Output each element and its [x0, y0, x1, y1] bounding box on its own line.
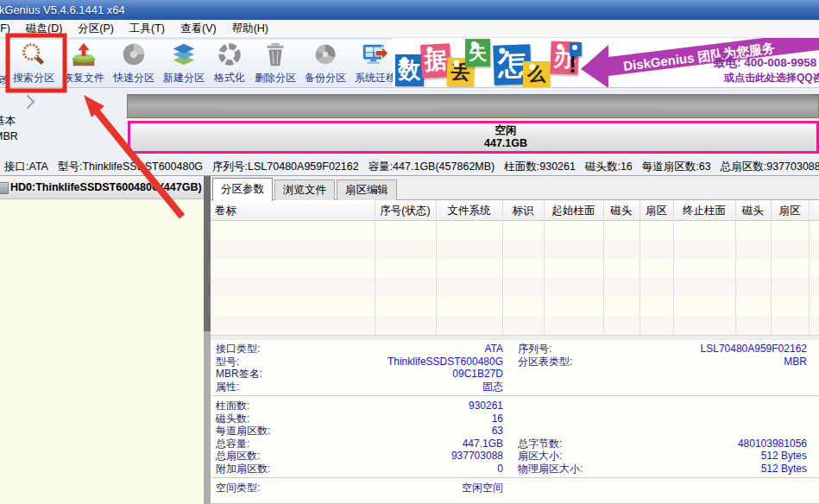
- column-divider: [436, 200, 437, 335]
- column-divider: [375, 200, 375, 335]
- table-row: [211, 278, 819, 297]
- section-divider: [211, 395, 819, 396]
- disk-band[interactable]: [127, 94, 819, 118]
- banner-qq-link[interactable]: 或点击此处选择QQ咨询: [724, 71, 819, 85]
- partition-table-body[interactable]: [211, 221, 819, 335]
- partition-detail-panel: 分区参数 浏览文件 扇区编辑 卷标 序号(状态) 文件系统 标识 起始柱面 磁头…: [211, 176, 819, 504]
- menu-file[interactable]: 文件(F): [0, 20, 18, 38]
- col-end-cylinder[interactable]: 终止柱面: [673, 204, 735, 218]
- col-volume-label[interactable]: 卷标: [215, 204, 236, 218]
- col-filesystem[interactable]: 文件系统: [436, 204, 502, 218]
- column-divider: [771, 200, 772, 335]
- col-start-head[interactable]: 磁头: [603, 204, 639, 218]
- tab-browse-files[interactable]: 浏览文件: [274, 180, 335, 200]
- table-header: 卷标 序号(状态) 文件系统 标识 起始柱面 磁头 扇区 终止柱面 磁头 扇区: [211, 200, 819, 221]
- panel-splitter[interactable]: [204, 176, 211, 504]
- format-icon: [215, 40, 244, 71]
- banner-phone: 致电: 400-008-9958: [714, 55, 819, 71]
- table-row: [211, 259, 819, 278]
- table-row: [211, 297, 819, 316]
- recover-files-icon: [69, 40, 98, 71]
- table-row: [211, 316, 819, 335]
- column-divider: [544, 200, 545, 335]
- tree-item-hd0[interactable]: HD0:ThinklifeSSDST600480G(447GB): [0, 176, 204, 199]
- menu-partition[interactable]: 分区(P): [70, 20, 122, 38]
- partition-size: 447.1GB: [437, 137, 575, 150]
- window-title: DiskGenius V5.4.6.1441 x64: [0, 3, 125, 16]
- backup-partition-icon: [311, 40, 340, 71]
- section-divider: [211, 503, 819, 504]
- col-end-head[interactable]: 磁头: [735, 204, 771, 218]
- system-migrate-icon: [361, 40, 390, 71]
- col-number-status[interactable]: 序号(状态): [375, 204, 436, 218]
- tab-bar: 分区参数 浏览文件 扇区编辑: [211, 176, 819, 200]
- disk-info-line: 接口:ATA 型号:ThinklifeSSDST600480G 序列号:LSL7…: [4, 160, 819, 174]
- delete-partition-button[interactable]: 删除分区: [250, 40, 300, 86]
- column-divider: [735, 200, 736, 335]
- annotation-arrow-head: [84, 95, 104, 117]
- menu-disk[interactable]: 磁盘(D): [18, 20, 70, 38]
- recover-files-button[interactable]: 恢复文件: [59, 40, 109, 86]
- col-start-cylinder[interactable]: 起始柱面: [544, 204, 603, 218]
- banner-tile: 数: [395, 54, 424, 86]
- col-end-sector[interactable]: 扇区: [771, 204, 809, 218]
- search-partition-button[interactable]: 搜索分区: [9, 40, 59, 86]
- col-identifier[interactable]: 标识: [502, 204, 544, 218]
- column-divider: [639, 200, 640, 335]
- format-button[interactable]: 格式化: [209, 40, 250, 86]
- banner-tile: 么: [523, 61, 550, 87]
- column-divider: [603, 200, 604, 335]
- disk-icon: [0, 182, 9, 194]
- menu-bar: 文件(F) 磁盘(D) 分区(P) 工具(T) 查看(V) 帮助(H): [0, 20, 819, 38]
- backup-partition-button[interactable]: 备份分区: [300, 40, 350, 86]
- new-partition-icon: [169, 40, 198, 71]
- menu-help[interactable]: 帮助(H): [224, 20, 276, 38]
- col-start-sector[interactable]: 扇区: [639, 204, 673, 218]
- banner-tile: 失: [465, 39, 490, 66]
- tab-partition-params[interactable]: 分区参数: [212, 178, 273, 201]
- title-bar: DiskGenius V5.4.6.1441 x64: [0, 0, 819, 20]
- new-partition-button[interactable]: 新建分区: [159, 40, 209, 86]
- delete-partition-icon: [261, 40, 290, 71]
- column-divider: [673, 200, 674, 335]
- partition-name: 空闲: [437, 124, 575, 137]
- column-divider: [502, 200, 503, 335]
- collapse-chevron-icon[interactable]: [21, 95, 35, 110]
- quick-partition-icon: [119, 40, 148, 71]
- free-space-partition[interactable]: 空闲 447.1GB: [128, 121, 819, 154]
- column-divider: [809, 200, 810, 335]
- promo-banner[interactable]: 数 据 丢 失 怎 么 办 ! DiskGenius 团队为您服务 致电: 40…: [393, 38, 819, 87]
- magnifier-icon: [19, 40, 48, 71]
- tab-sector-edit[interactable]: 扇区编辑: [337, 180, 397, 200]
- section-divider: [211, 477, 819, 478]
- table-row: [211, 240, 819, 259]
- disk-properties: 接口类型:ATA序列号:LSL70480A959F02162 型号:Thinkl…: [211, 340, 819, 504]
- quick-partition-button[interactable]: 快速分区: [109, 40, 159, 86]
- menu-tools[interactable]: 工具(T): [122, 20, 173, 38]
- menu-view[interactable]: 查看(V): [173, 20, 224, 38]
- disk-type-label: 基本 MBR: [0, 113, 28, 144]
- table-row: [211, 221, 819, 240]
- disk-tree-panel: HD0:ThinklifeSSDST600480G(447GB): [0, 176, 204, 504]
